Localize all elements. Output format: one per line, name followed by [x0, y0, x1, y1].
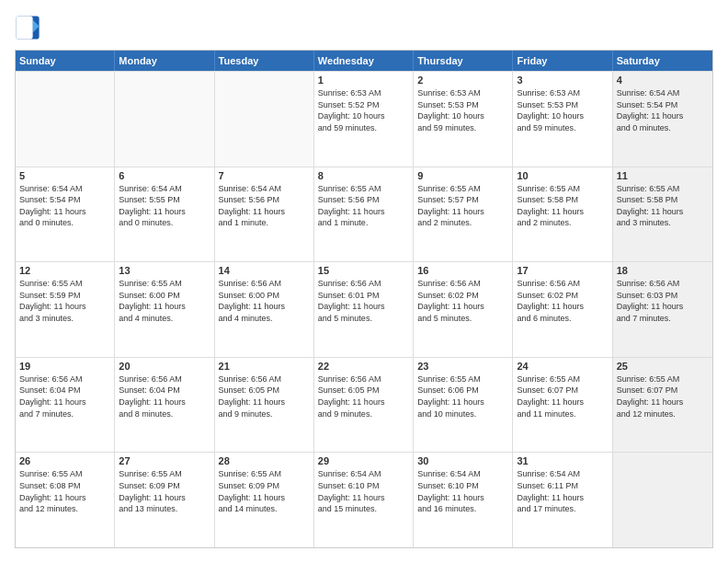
day-number: 31 — [517, 455, 608, 466]
cell-info: Sunrise: 6:55 AM Sunset: 5:59 PM Dayligh… — [19, 278, 110, 324]
cal-cell-4-3: 29Sunrise: 6:54 AM Sunset: 6:10 PM Dayli… — [314, 453, 414, 547]
cell-info: Sunrise: 6:56 AM Sunset: 6:00 PM Dayligh… — [219, 278, 310, 324]
cell-info: Sunrise: 6:54 AM Sunset: 6:10 PM Dayligh… — [417, 468, 508, 514]
cell-info: Sunrise: 6:56 AM Sunset: 6:05 PM Dayligh… — [219, 373, 310, 419]
cal-cell-3-5: 24Sunrise: 6:55 AM Sunset: 6:07 PM Dayli… — [513, 358, 612, 453]
day-number: 19 — [19, 361, 110, 372]
cell-info: Sunrise: 6:55 AM Sunset: 6:07 PM Dayligh… — [517, 373, 608, 419]
page: SundayMondayTuesdayWednesdayThursdayFrid… — [0, 0, 728, 563]
cal-cell-1-1: 6Sunrise: 6:54 AM Sunset: 5:55 PM Daylig… — [115, 167, 214, 262]
cell-info: Sunrise: 6:55 AM Sunset: 6:09 PM Dayligh… — [219, 468, 310, 514]
calendar-row-4: 26Sunrise: 6:55 AM Sunset: 6:08 PM Dayli… — [16, 452, 712, 547]
cell-info: Sunrise: 6:54 AM Sunset: 6:11 PM Dayligh… — [517, 468, 608, 514]
day-number: 18 — [617, 265, 709, 276]
day-number: 24 — [517, 361, 608, 372]
cal-cell-4-4: 30Sunrise: 6:54 AM Sunset: 6:10 PM Dayli… — [414, 453, 513, 547]
day-number: 5 — [19, 170, 110, 181]
cell-info: Sunrise: 6:53 AM Sunset: 5:52 PM Dayligh… — [318, 87, 409, 133]
day-number: 15 — [318, 265, 409, 276]
day-number: 14 — [219, 265, 310, 276]
calendar-row-0: 1Sunrise: 6:53 AM Sunset: 5:52 PM Daylig… — [16, 71, 712, 167]
day-number: 25 — [617, 361, 709, 372]
cal-cell-0-3: 1Sunrise: 6:53 AM Sunset: 5:52 PM Daylig… — [314, 72, 414, 167]
day-number: 13 — [119, 265, 210, 276]
cal-cell-2-6: 18Sunrise: 6:56 AM Sunset: 6:03 PM Dayli… — [613, 262, 712, 357]
calendar-row-2: 12Sunrise: 6:55 AM Sunset: 5:59 PM Dayli… — [16, 261, 712, 357]
header-day-thursday: Thursday — [414, 51, 513, 71]
cell-info: Sunrise: 6:56 AM Sunset: 6:04 PM Dayligh… — [119, 373, 210, 419]
cal-cell-3-3: 22Sunrise: 6:56 AM Sunset: 6:05 PM Dayli… — [314, 358, 414, 453]
cal-cell-2-1: 13Sunrise: 6:55 AM Sunset: 6:00 PM Dayli… — [115, 262, 214, 357]
cell-info: Sunrise: 6:55 AM Sunset: 5:58 PM Dayligh… — [517, 183, 608, 229]
cal-cell-1-4: 9Sunrise: 6:55 AM Sunset: 5:57 PM Daylig… — [414, 167, 513, 262]
header-day-monday: Monday — [115, 51, 214, 71]
cell-info: Sunrise: 6:54 AM Sunset: 5:56 PM Dayligh… — [219, 183, 310, 229]
cal-cell-2-4: 16Sunrise: 6:56 AM Sunset: 6:02 PM Dayli… — [414, 262, 513, 357]
cal-cell-1-5: 10Sunrise: 6:55 AM Sunset: 5:58 PM Dayli… — [513, 167, 612, 262]
cell-info: Sunrise: 6:56 AM Sunset: 6:03 PM Dayligh… — [617, 278, 709, 324]
cell-info: Sunrise: 6:55 AM Sunset: 6:08 PM Dayligh… — [19, 468, 110, 514]
logo — [15, 15, 44, 40]
cal-cell-4-1: 27Sunrise: 6:55 AM Sunset: 6:09 PM Dayli… — [115, 453, 214, 547]
day-number: 21 — [219, 361, 310, 372]
header-day-friday: Friday — [513, 51, 612, 71]
cal-cell-2-2: 14Sunrise: 6:56 AM Sunset: 6:00 PM Dayli… — [215, 262, 314, 357]
cal-cell-0-1 — [115, 72, 214, 167]
cal-cell-4-6 — [613, 453, 712, 547]
day-number: 16 — [417, 265, 508, 276]
day-number: 27 — [119, 455, 210, 466]
header-day-wednesday: Wednesday — [314, 51, 414, 71]
day-number: 20 — [119, 361, 210, 372]
cell-info: Sunrise: 6:54 AM Sunset: 6:10 PM Dayligh… — [318, 468, 409, 514]
calendar-row-1: 5Sunrise: 6:54 AM Sunset: 5:54 PM Daylig… — [16, 167, 712, 262]
day-number: 17 — [517, 265, 608, 276]
day-number: 11 — [617, 170, 709, 181]
calendar-row-3: 19Sunrise: 6:56 AM Sunset: 6:04 PM Dayli… — [16, 357, 712, 453]
header-day-sunday: Sunday — [16, 51, 115, 71]
cal-cell-0-5: 3Sunrise: 6:53 AM Sunset: 5:53 PM Daylig… — [513, 72, 612, 167]
cal-cell-0-2 — [215, 72, 314, 167]
calendar-body: 1Sunrise: 6:53 AM Sunset: 5:52 PM Daylig… — [16, 71, 712, 547]
calendar-header: SundayMondayTuesdayWednesdayThursdayFrid… — [16, 51, 712, 71]
day-number: 29 — [318, 455, 409, 466]
day-number: 30 — [417, 455, 508, 466]
day-number: 8 — [318, 170, 409, 181]
cal-cell-4-0: 26Sunrise: 6:55 AM Sunset: 6:08 PM Dayli… — [16, 453, 115, 547]
cell-info: Sunrise: 6:56 AM Sunset: 6:02 PM Dayligh… — [417, 278, 508, 324]
header-day-tuesday: Tuesday — [215, 51, 314, 71]
cal-cell-3-0: 19Sunrise: 6:56 AM Sunset: 6:04 PM Dayli… — [16, 358, 115, 453]
cal-cell-4-2: 28Sunrise: 6:55 AM Sunset: 6:09 PM Dayli… — [215, 453, 314, 547]
day-number: 3 — [517, 75, 608, 86]
cal-cell-3-4: 23Sunrise: 6:55 AM Sunset: 6:06 PM Dayli… — [414, 358, 513, 453]
cal-cell-2-0: 12Sunrise: 6:55 AM Sunset: 5:59 PM Dayli… — [16, 262, 115, 357]
cell-info: Sunrise: 6:55 AM Sunset: 5:56 PM Dayligh… — [318, 183, 409, 229]
cal-cell-1-2: 7Sunrise: 6:54 AM Sunset: 5:56 PM Daylig… — [215, 167, 314, 262]
cell-info: Sunrise: 6:56 AM Sunset: 6:01 PM Dayligh… — [318, 278, 409, 324]
cal-cell-3-1: 20Sunrise: 6:56 AM Sunset: 6:04 PM Dayli… — [115, 358, 214, 453]
cal-cell-0-0 — [16, 72, 115, 167]
day-number: 26 — [19, 455, 110, 466]
header — [15, 15, 713, 40]
cal-cell-2-3: 15Sunrise: 6:56 AM Sunset: 6:01 PM Dayli… — [314, 262, 414, 357]
cell-info: Sunrise: 6:55 AM Sunset: 6:09 PM Dayligh… — [119, 468, 210, 514]
day-number: 23 — [417, 361, 508, 372]
day-number: 10 — [517, 170, 608, 181]
cal-cell-3-6: 25Sunrise: 6:55 AM Sunset: 6:07 PM Dayli… — [613, 358, 712, 453]
day-number: 4 — [617, 75, 709, 86]
cal-cell-0-6: 4Sunrise: 6:54 AM Sunset: 5:54 PM Daylig… — [613, 72, 712, 167]
day-number: 1 — [318, 75, 409, 86]
cell-info: Sunrise: 6:55 AM Sunset: 6:00 PM Dayligh… — [119, 278, 210, 324]
calendar: SundayMondayTuesdayWednesdayThursdayFrid… — [15, 50, 713, 548]
cell-info: Sunrise: 6:53 AM Sunset: 5:53 PM Dayligh… — [517, 87, 608, 133]
day-number: 22 — [318, 361, 409, 372]
cell-info: Sunrise: 6:54 AM Sunset: 5:55 PM Dayligh… — [119, 183, 210, 229]
cell-info: Sunrise: 6:54 AM Sunset: 5:54 PM Dayligh… — [19, 183, 110, 229]
day-number: 9 — [417, 170, 508, 181]
cal-cell-0-4: 2Sunrise: 6:53 AM Sunset: 5:53 PM Daylig… — [414, 72, 513, 167]
cell-info: Sunrise: 6:53 AM Sunset: 5:53 PM Dayligh… — [417, 87, 508, 133]
cal-cell-3-2: 21Sunrise: 6:56 AM Sunset: 6:05 PM Dayli… — [215, 358, 314, 453]
day-number: 7 — [219, 170, 310, 181]
cell-info: Sunrise: 6:55 AM Sunset: 5:57 PM Dayligh… — [417, 183, 508, 229]
svg-rect-2 — [16, 16, 32, 39]
logo-icon — [15, 15, 40, 40]
